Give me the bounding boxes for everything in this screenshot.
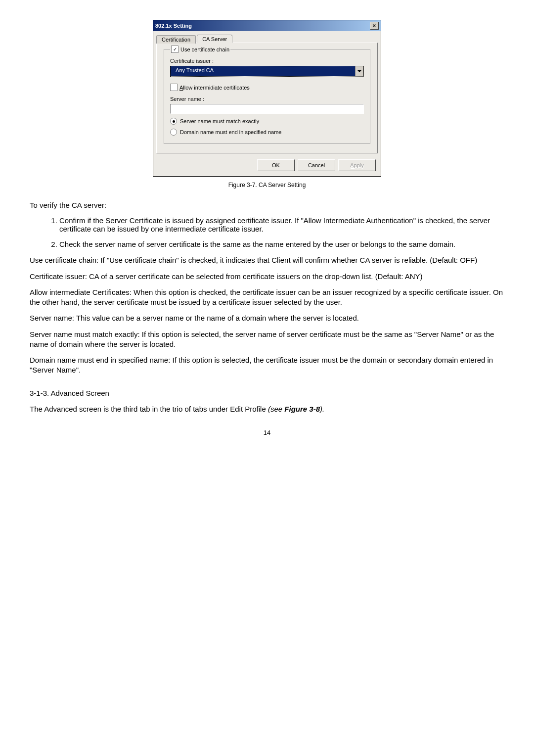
radio-icon [170, 118, 177, 125]
radio-match-exactly[interactable]: Server name must match exactly [170, 118, 364, 125]
paragraph-match-exactly: Server name must match exactly: If this … [30, 330, 504, 350]
dialog-802-1x: 802.1x Setting ✕ Certification CA Server… [153, 20, 381, 177]
list-item: Check the server name of server certific… [59, 240, 504, 248]
cert-issuer-value: - Any Trusted CA - [171, 66, 355, 76]
page-number: 14 [30, 429, 504, 436]
radio-domain-end[interactable]: Domain name must end in specified name [170, 129, 364, 136]
paragraph-cert-issuer: Certificate issuer: CA of a server certi… [30, 272, 504, 282]
list-item: Confirm if the Server Certificate is iss… [59, 216, 504, 233]
close-icon[interactable]: ✕ [370, 22, 379, 30]
figure-caption: Figure 3-7. CA Server Setting [30, 182, 504, 189]
tab-certification[interactable]: Certification [156, 35, 196, 44]
use-cert-chain-checkbox[interactable]: ✓ Use certificate chain [170, 46, 230, 53]
dialog-wrapper: 802.1x Setting ✕ Certification CA Server… [30, 20, 504, 177]
tab-row: Certification CA Server [153, 31, 381, 43]
paragraph-domain-end: Domain name must end in specified name: … [30, 355, 504, 376]
paragraph-allow-inter: Allow intermediate Certificates: When th… [30, 287, 504, 308]
title-text: 802.1x Setting [155, 23, 192, 29]
allow-intermediate-label: Allow intermidiate certificates [179, 85, 250, 91]
allow-intermediate-checkbox[interactable]: Allow intermidiate certificates [170, 84, 364, 91]
paragraph-advanced: The Advanced screen is the third tab in … [30, 404, 504, 414]
tab-body: ✓ Use certificate chain Certificate issu… [156, 43, 378, 153]
checkbox-icon [170, 84, 178, 91]
titlebar: 802.1x Setting ✕ [153, 20, 381, 31]
fieldset-cert-chain: ✓ Use certificate chain Certificate issu… [164, 49, 370, 144]
tab-ca-server[interactable]: CA Server [197, 35, 232, 43]
radio-icon [170, 129, 177, 136]
subsection-heading: 3-1-3. Advanced Screen [30, 388, 504, 398]
use-cert-chain-label: Use certificate chain [180, 47, 229, 52]
cert-issuer-dropdown[interactable]: - Any Trusted CA - [170, 66, 364, 77]
cert-issuer-label: Certificate issuer : [170, 58, 364, 64]
intro-text: To verify the CA server: [30, 200, 504, 210]
button-row: OK Cancel Apply [153, 156, 381, 176]
radio-label: Server name must match exactly [180, 118, 259, 124]
chevron-down-icon [355, 66, 363, 76]
apply-button[interactable]: Apply [338, 159, 376, 171]
verify-list: Confirm if the Server Certificate is iss… [59, 216, 504, 248]
server-name-label: Server name : [170, 96, 364, 102]
paragraph-server-name: Server name: This value can be a server … [30, 313, 504, 323]
cancel-button[interactable]: Cancel [298, 159, 335, 171]
radio-label: Domain name must end in specified name [180, 129, 281, 135]
paragraph-use-chain: Use certificate chain: If "Use certifica… [30, 255, 504, 265]
checkbox-icon: ✓ [171, 46, 178, 53]
ok-button[interactable]: OK [257, 159, 295, 171]
server-name-input[interactable] [170, 104, 364, 114]
